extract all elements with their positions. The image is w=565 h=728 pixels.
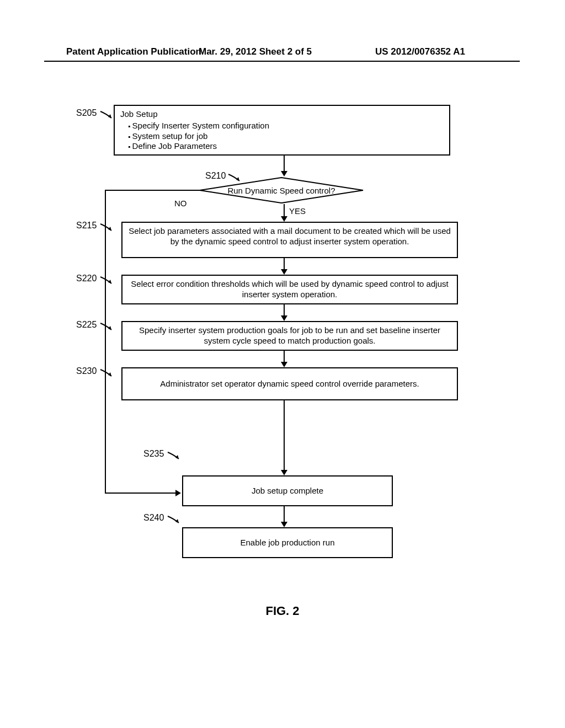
arrow-icon [281,304,287,321]
pointer-icon [99,276,113,287]
step-s215-text: Select job parameters associated with a … [129,226,451,246]
decision-s210: Run Dynamic Speed control? [199,176,364,204]
step-s235-box: Job setup complete [182,475,393,506]
pointer-icon [167,515,180,526]
step-s240-box: Enable job production run [182,527,393,558]
step-s220-box: Select error condition thresholds which … [121,275,458,304]
header-center: Mar. 29, 2012 Sheet 2 of 5 [199,46,312,57]
step-s240-text: Enable job production run [241,538,335,548]
list-item: Define Job Parameters [128,141,444,152]
arrow-icon [281,258,287,275]
edge-yes: YES [289,206,306,216]
figure-label: FIG. 2 [0,604,565,618]
step-label-s225: S225 [76,320,97,330]
step-s230-box: Administrator set operator dynamic speed… [121,367,458,400]
arrow-icon [105,490,181,496]
step-s215-box: Select job parameters associated with a … [121,222,458,258]
edge-no: NO [174,199,187,208]
pointer-icon [99,223,113,234]
step-s225-box: Specify inserter system production goals… [121,321,458,351]
arrow-icon [281,156,287,176]
step-s205-box: Job Setup Specify Inserter System config… [114,105,450,156]
step-label-s230: S230 [76,366,97,376]
step-label-s220: S220 [76,274,97,283]
header-right: US 2012/0076352 A1 [375,46,465,57]
flowchart: S205 Job Setup Specify Inserter System c… [66,105,499,579]
step-s205-title: Job Setup [120,109,444,120]
decision-s210-text: Run Dynamic Speed control? [199,176,364,204]
pointer-icon [99,322,113,333]
step-s205-list: Specify Inserter System configuration Sy… [128,121,444,152]
list-item: System setup for job [128,131,444,142]
connector-line [105,190,106,493]
step-s220-text: Select error condition thresholds which … [131,279,448,299]
arrow-icon [281,400,287,475]
arrow-icon [281,351,287,367]
arrow-icon [281,506,287,527]
step-label-s240: S240 [143,513,164,523]
pointer-icon [99,110,113,121]
step-s230-text: Administrator set operator dynamic speed… [160,379,419,389]
step-label-s205: S205 [76,108,97,118]
step-s235-text: Job setup complete [252,486,323,496]
list-item: Specify Inserter System configuration [128,121,444,131]
header-left: Patent Application Publication [66,46,201,57]
connector-line [105,190,200,191]
step-label-s215: S215 [76,221,97,231]
step-label-s235: S235 [143,449,164,459]
arrow-icon [281,204,287,222]
step-s225-text: Specify inserter system production goals… [139,325,440,345]
pointer-icon [99,368,113,379]
pointer-icon [167,451,180,462]
header-rule [44,61,520,62]
page: { "header": { "left": "Patent Applicatio… [0,0,565,728]
